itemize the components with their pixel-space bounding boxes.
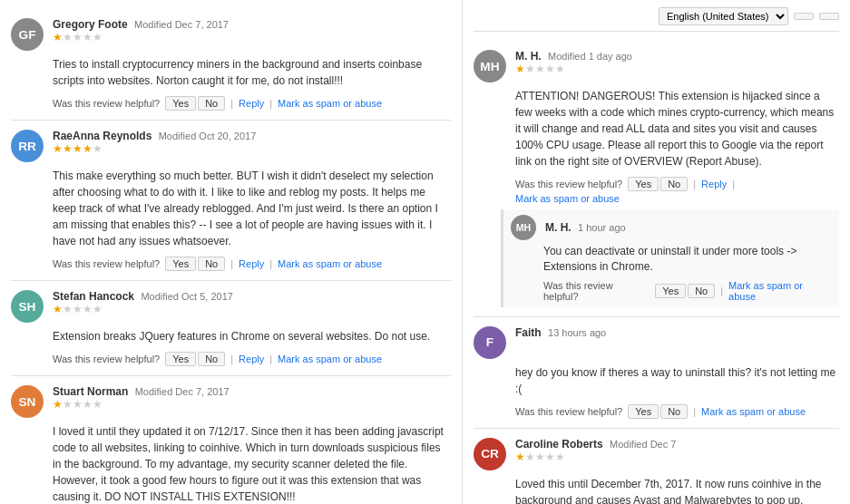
spam-link[interactable]: Mark as spam or abuse: [278, 354, 382, 364]
yes-button[interactable]: Yes: [655, 284, 686, 298]
helpful-label: Was this review helpful?: [53, 354, 160, 364]
no-button[interactable]: No: [660, 177, 688, 191]
helpful-label: Was this review helpful?: [53, 258, 160, 269]
review-text: Extension breaks JQuery features in Chro…: [53, 328, 451, 344]
review-meta: Stuart Norman Modified Dec 7, 2017 ★★★★★: [53, 385, 451, 411]
review-header: RR RaeAnna Reynolds Modified Oct 20, 201…: [11, 130, 451, 162]
review-item: GF Gregory Foote Modified Dec 7, 2017 ★★…: [11, 9, 451, 121]
right-reviews-list: MH M. H. Modified 1 day ago ★★★★★ ATTENT…: [474, 41, 839, 504]
reply-link[interactable]: Reply: [701, 179, 727, 189]
review-date: Modified Dec 7, 2017: [135, 386, 230, 397]
helpful-label: Was this review helpful?: [53, 98, 160, 109]
review-actions: Was this review helpful?YesNo|Reply|Mark…: [53, 257, 451, 271]
avatar: SH: [11, 290, 44, 323]
avatar: GF: [11, 18, 44, 51]
review-header: CR Caroline Roberts Modified Dec 7 ★★★★★: [474, 438, 839, 470]
review-text: This make everything so much better. BUT…: [53, 168, 451, 249]
review-item: F Faith 13 hours ago hey do you know if …: [474, 317, 839, 429]
review-text: Tries to install cryptocurrency miners i…: [53, 56, 451, 89]
header-controls: English (United States): [659, 7, 839, 25]
review-item: MH M. H. Modified 1 day ago ★★★★★ ATTENT…: [474, 41, 839, 317]
star-rating: ★★★★★: [53, 142, 451, 155]
spam-link[interactable]: Mark as spam or abuse: [701, 406, 806, 417]
yes-button[interactable]: Yes: [628, 404, 659, 419]
review-header: MH M. H. Modified 1 day ago ★★★★★: [474, 50, 839, 82]
star-rating: ★★★★★: [53, 398, 451, 411]
reviewer-name: Caroline Roberts: [515, 438, 603, 451]
review-item: SH Stefan Hancock Modified Oct 5, 2017 ★…: [11, 281, 451, 376]
review-actions: Was this review helpful?YesNo|Reply|Mark…: [515, 177, 839, 204]
review-header: SN Stuart Norman Modified Dec 7, 2017 ★★…: [11, 385, 451, 418]
right-reviews-panel: English (United States) MH M. H. Modifie…: [463, 0, 850, 504]
yes-button[interactable]: Yes: [165, 96, 196, 111]
helpful-label: Was this review helpful?: [515, 179, 622, 189]
avatar: RR: [11, 130, 44, 162]
yes-button[interactable]: Yes: [165, 257, 196, 271]
star-rating: ★★★★★: [515, 451, 839, 463]
recent-sort-button[interactable]: [819, 13, 839, 20]
left-reviews-panel: GF Gregory Foote Modified Dec 7, 2017 ★★…: [0, 0, 463, 504]
review-date: Modified Dec 7, 2017: [134, 19, 229, 30]
review-meta: Stefan Hancock Modified Oct 5, 2017 ★★★★…: [53, 290, 451, 315]
helpful-label: Was this review helpful?: [515, 406, 622, 417]
review-text: I loved it until they updated it on 7/12…: [53, 423, 451, 504]
review-actions: Was this review helpful?YesNo|Mark as sp…: [515, 404, 839, 419]
spam-link[interactable]: Mark as spam or abuse: [278, 258, 382, 269]
reviewer-name: Gregory Foote: [53, 18, 128, 31]
avatar: F: [474, 326, 506, 359]
reviewer-name: RaeAnna Reynolds: [53, 130, 151, 142]
reviewer-name: M. H.: [515, 50, 542, 63]
reply-link[interactable]: Reply: [239, 98, 264, 109]
review-date: Modified Oct 5, 2017: [141, 291, 233, 302]
yes-button[interactable]: Yes: [628, 177, 659, 191]
reply-date: 1 hour ago: [578, 222, 626, 233]
review-date: Modified 1 day ago: [548, 51, 632, 62]
star-rating: ★★★★★: [53, 31, 451, 44]
right-panel-header: English (United States): [474, 7, 839, 32]
review-meta: Gregory Foote Modified Dec 7, 2017 ★★★★★: [53, 18, 451, 44]
reply-text: You can deactivate or uninstall it under…: [543, 244, 832, 275]
review-text: ATTENTION! DANGEROUS! This extension is …: [515, 88, 839, 170]
no-button[interactable]: No: [198, 257, 225, 271]
no-button[interactable]: No: [198, 352, 225, 366]
reply-name: M. H.: [545, 221, 572, 234]
reply-link[interactable]: Reply: [239, 354, 264, 364]
review-date: Modified Oct 20, 2017: [159, 131, 257, 141]
avatar: CR: [474, 438, 506, 470]
review-date: Modified Dec 7: [610, 439, 676, 450]
reviewer-name: Stefan Hancock: [53, 290, 134, 303]
reply-item: MH M. H. 1 hour ago You can deactivate o…: [501, 209, 839, 307]
avatar: MH: [474, 50, 506, 82]
star-rating: ★★★★★: [515, 63, 839, 75]
review-item: CR Caroline Roberts Modified Dec 7 ★★★★★…: [474, 429, 839, 504]
reply-actions: Was this review helpful?YesNo|Mark as sp…: [543, 280, 832, 302]
spam-link[interactable]: Mark as spam or abuse: [515, 193, 620, 204]
yes-button[interactable]: Yes: [165, 352, 196, 366]
spam-link[interactable]: Mark as spam or abuse: [278, 98, 382, 109]
reviewer-name: Stuart Norman: [53, 385, 128, 398]
reply-link[interactable]: Reply: [239, 258, 264, 269]
helpful-sort-button[interactable]: [794, 13, 814, 20]
review-header: GF Gregory Foote Modified Dec 7, 2017 ★★…: [11, 18, 451, 51]
review-actions: Was this review helpful?YesNo|Reply|Mark…: [53, 96, 451, 111]
review-item: SN Stuart Norman Modified Dec 7, 2017 ★★…: [11, 376, 451, 504]
avatar: MH: [511, 215, 536, 240]
no-button[interactable]: No: [198, 96, 225, 111]
avatar: SN: [11, 385, 44, 418]
review-text: hey do you know if theres a way to unins…: [515, 364, 839, 397]
spam-link[interactable]: Mark as spam or abuse: [728, 280, 832, 302]
reply-header: MH M. H. 1 hour ago: [511, 215, 832, 240]
language-select[interactable]: English (United States): [659, 7, 788, 25]
main-container: GF Gregory Foote Modified Dec 7, 2017 ★★…: [0, 0, 850, 504]
star-rating: ★★★★★: [53, 303, 451, 315]
no-button[interactable]: No: [688, 284, 715, 298]
reviewer-name: Faith: [515, 326, 542, 339]
review-header: F Faith 13 hours ago: [474, 326, 839, 359]
review-date: 13 hours ago: [548, 327, 606, 338]
review-meta: Faith 13 hours ago: [515, 326, 839, 339]
no-button[interactable]: No: [660, 404, 688, 419]
review-actions: Was this review helpful?YesNo|Reply|Mark…: [53, 352, 451, 366]
review-text: Loved this until December 7th, 2017. It …: [515, 476, 839, 504]
review-meta: M. H. Modified 1 day ago ★★★★★: [515, 50, 839, 75]
helpful-label: Was this review helpful?: [543, 280, 650, 302]
